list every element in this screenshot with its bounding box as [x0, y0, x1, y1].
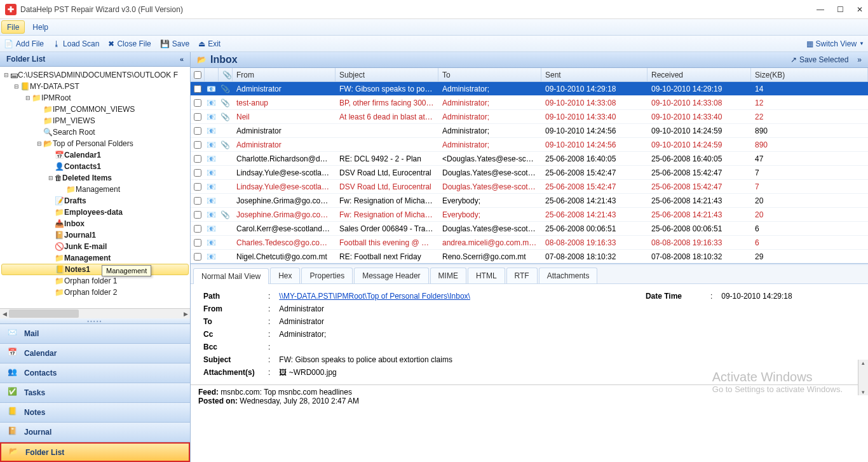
tree-toggle[interactable]: ⊟	[24, 95, 32, 101]
add-file-icon: 📄	[4, 39, 13, 48]
col-subject[interactable]: Subject	[336, 68, 438, 81]
trash-icon: 🗑	[55, 173, 62, 182]
tree-toggle[interactable]: ⊟	[3, 72, 10, 78]
horizontal-scrollbar[interactable]: ◀ ▶	[0, 308, 190, 318]
save-selected-button[interactable]: ↗Save Selected	[790, 55, 848, 64]
nav-journal[interactable]: 📔Journal	[0, 423, 190, 442]
tree-item-notes1[interactable]: 📒Notes1	[1, 264, 189, 275]
menu-file[interactable]: File	[1, 20, 25, 34]
tab-html[interactable]: HTML	[468, 268, 505, 283]
scroll-thumb[interactable]	[9, 309, 79, 318]
table-row[interactable]: 📧📎NeilAt least 6 dead in blast at Ch...A…	[191, 110, 868, 124]
cell-received: 25-06-2008 14:21:43	[648, 210, 751, 219]
row-checkbox[interactable]	[194, 169, 201, 177]
table-row[interactable]: 📧📎AdministratorAdministrator;09-10-2010 …	[191, 138, 868, 152]
row-checkbox[interactable]	[194, 99, 201, 107]
row-checkbox[interactable]	[194, 85, 201, 93]
cell-from: Charlotte.Richardson@dexio...	[233, 154, 336, 163]
add-file-button[interactable]: 📄Add File	[4, 39, 44, 48]
tree-toggle[interactable]: ⊟	[47, 175, 55, 181]
row-checkbox[interactable]	[194, 239, 201, 247]
value-datetime: 09-10-2010 14:29:18	[717, 290, 796, 302]
folder-tree[interactable]: ⊟🖴C:\USERS\ADMIN\DOCUMENTS\OUTLOOK F ⊟📒M…	[0, 67, 190, 308]
cell-from: Josephine.Grima@go.com.mt	[233, 210, 336, 219]
scroll-right-icon[interactable]: ▶	[181, 309, 190, 319]
table-row[interactable]: 📧Charlotte.Richardson@dexio...RE: DCL 94…	[191, 152, 868, 166]
row-checkbox[interactable]	[194, 225, 201, 233]
nav-calendar[interactable]: 📅Calendar	[0, 344, 190, 363]
col-sent[interactable]: Sent	[541, 68, 648, 81]
menu-help[interactable]: Help	[26, 19, 55, 35]
cell-subject: RE: Football next Friday	[336, 252, 438, 261]
row-checkbox[interactable]	[194, 183, 201, 191]
cell-size: 7	[751, 168, 868, 177]
maximize-button[interactable]: ☐	[837, 5, 844, 14]
collapse-chevrons-icon[interactable]: »	[857, 55, 862, 64]
col-from[interactable]: From	[233, 68, 336, 81]
row-checkbox[interactable]	[194, 127, 201, 135]
collapse-chevrons-icon[interactable]: «	[180, 55, 184, 63]
col-icon[interactable]	[205, 68, 219, 81]
col-attachment[interactable]: 📎	[219, 68, 233, 81]
nav-contacts[interactable]: 👥Contacts	[0, 363, 190, 383]
close-file-button[interactable]: ✖Close File	[108, 39, 151, 48]
table-row[interactable]: 📧Carol.Kerr@ese-scotland.co.ukSales Orde…	[191, 222, 868, 236]
nav-notes[interactable]: 📒Notes	[0, 403, 190, 423]
image-icon: 🖼	[279, 368, 287, 377]
row-checkbox[interactable]	[194, 141, 201, 149]
tab-attachments[interactable]: Attachments	[539, 268, 598, 283]
table-row[interactable]: 📧Josephine.Grima@go.com.mtFw: Resignatio…	[191, 194, 868, 208]
table-row[interactable]: 📧Lindsay.Yule@ese-scotland.c...DSV Road …	[191, 166, 868, 180]
row-checkbox[interactable]	[194, 211, 201, 219]
table-row[interactable]: 📧Lindsay.Yule@ese-scotland.c...DSV Road …	[191, 180, 868, 194]
value-path[interactable]: \\MY-DATA.PST\IPMRoot\Top of Personal Fo…	[279, 292, 470, 301]
cell-received: 25-06-2008 14:21:43	[648, 196, 751, 205]
grid-body[interactable]: 📧📎AdministratorFW: Gibson speaks to poli…	[191, 82, 868, 264]
cell-sent: 25-06-2008 16:40:05	[541, 154, 648, 163]
cell-from: Nigel.Chetcuti@go.com.mt	[233, 252, 336, 261]
table-row[interactable]: 📧📎AdministratorFW: Gibson speaks to poli…	[191, 82, 868, 96]
cell-from: test-anup	[233, 99, 336, 107]
row-checkbox[interactable]	[194, 197, 201, 205]
table-row[interactable]: 📧Nigel.Chetcuti@go.com.mtRE: Football ne…	[191, 250, 868, 264]
nav-tasks[interactable]: ✅Tasks	[0, 383, 190, 403]
table-row[interactable]: 📧📎Josephine.Grima@go.com.mtFw: Resignati…	[191, 208, 868, 222]
col-received[interactable]: Received	[648, 68, 751, 81]
close-button[interactable]: ✕	[857, 5, 863, 14]
vertical-scrollbar[interactable]: ▴ ▾	[858, 360, 868, 395]
cell-size: 29	[751, 252, 868, 261]
table-row[interactable]: 📧AdministratorAdministrator;09-10-2010 1…	[191, 124, 868, 138]
exit-button[interactable]: ⏏Exit	[198, 39, 220, 48]
switch-view-icon: ▦	[806, 39, 813, 48]
row-checkbox[interactable]	[194, 155, 201, 163]
tab-mime[interactable]: MIME	[430, 268, 466, 283]
row-checkbox[interactable]	[194, 253, 201, 261]
splitter-grip[interactable]: ▪▪▪▪▪	[0, 318, 190, 323]
nav-folder-list[interactable]: 📂Folder List	[0, 442, 190, 462]
table-row[interactable]: 📧📎test-anupBP, other firms facing 300 la…	[191, 96, 868, 110]
switch-view-button[interactable]: ▦Switch View ▼	[806, 39, 864, 48]
col-to[interactable]: To	[438, 68, 541, 81]
load-scan-button[interactable]: ⭳Load Scan	[53, 39, 99, 48]
value-attachment[interactable]: ~WRD000.jpg	[289, 368, 337, 377]
tab-hex[interactable]: Hex	[270, 268, 300, 283]
folder-icon: 📁	[43, 105, 53, 114]
folder-icon: 📁	[66, 185, 76, 194]
posted-value: Wednesday, July 28, 2010 2:47 AM	[240, 397, 359, 405]
save-button[interactable]: 💾Save	[160, 39, 189, 48]
scroll-left-icon[interactable]: ◀	[0, 309, 9, 319]
table-row[interactable]: 📧Charles.Tedesco@go.com.mtFootball this …	[191, 236, 868, 250]
row-checkbox[interactable]	[194, 113, 201, 121]
cell-to: Administrator;	[438, 140, 541, 149]
label-bcc: Bcc	[200, 341, 263, 353]
select-all-checkbox[interactable]	[194, 71, 201, 79]
tab-normal[interactable]: Normal Mail View	[193, 268, 269, 284]
tree-toggle[interactable]: ⊟	[36, 140, 43, 147]
nav-mail[interactable]: ✉️Mail	[0, 324, 190, 344]
minimize-button[interactable]: —	[817, 5, 824, 14]
tab-rtf[interactable]: RTF	[506, 268, 538, 283]
tab-message-header[interactable]: Message Header	[354, 268, 428, 283]
col-size[interactable]: Size(KB)	[751, 68, 868, 81]
tree-toggle[interactable]: ⊟	[13, 83, 20, 90]
tab-properties[interactable]: Properties	[301, 268, 353, 283]
